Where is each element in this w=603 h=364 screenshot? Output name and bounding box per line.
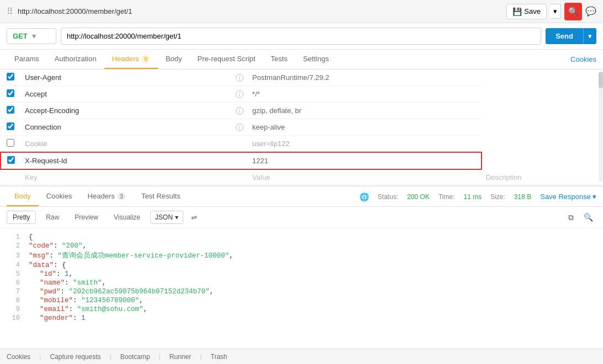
send-dropdown-button[interactable]: ▾ [583,28,596,44]
headers-table-container: User-Agent i PostmanRuntime/7.29.2 Accep… [0,69,603,185]
x-request-id-row: X-Request-Id 1221 [1,152,603,169]
search-button[interactable]: 🔍 [564,3,582,20]
header-key: Accept [25,90,47,98]
info-icon[interactable]: i [236,124,244,131]
cookies-link[interactable]: Cookies [570,55,596,63]
header-checkbox[interactable] [7,73,14,81]
info-icon[interactable]: i [236,74,244,82]
rtab-test-results[interactable]: Test Results [134,187,188,206]
method-label: GET [13,32,28,40]
tab-pre-request[interactable]: Pre-request Script [190,50,263,69]
status-bar: Cookies | Capture requests | Bootcamp | … [0,349,603,364]
header-value: keep-alive [252,123,285,131]
fmt-pretty[interactable]: Pretty [7,211,36,224]
rtab-body[interactable]: Body [7,187,39,206]
save-disk-icon: 💾 [512,7,522,16]
format-bar: Pretty Raw Preview Visualize JSON ▾ ⇌ ⧉ … [0,207,603,228]
header-value: */* [252,90,260,98]
copy-icon: ⧉ [568,213,574,222]
json-dropdown-arrow-icon: ▾ [175,213,178,221]
send-button[interactable]: Send [546,28,583,44]
code-line: 1 { [0,233,603,242]
header-value: user=llp122 [252,140,290,148]
fmt-visualize[interactable]: Visualize [108,211,146,223]
comment-icon: 💬 [585,7,596,16]
tab-params[interactable]: Params [7,50,47,69]
fmt-raw[interactable]: Raw [40,211,65,223]
header-checkbox[interactable] [7,156,15,164]
code-line: 9 "email": "smith@sohu.com", [0,305,603,314]
top-bar: ⠿ http://localhost:20000/member/get/1 💾 … [0,0,603,23]
statusbar-cookies[interactable]: Cookies [7,353,30,361]
rtab-cookies[interactable]: Cookies [39,187,80,206]
save-button[interactable]: 💾 Save [506,4,547,19]
tab-headers[interactable]: Headers 9 [104,50,158,69]
wrap-lines-button[interactable]: ⇌ [188,210,200,224]
rtab-headers[interactable]: Headers 3 [80,187,134,206]
key-placeholder: Key [25,173,37,181]
time-value: 11 ms [463,193,482,201]
statusbar-separator2: | [110,353,112,361]
info-icon[interactable]: i [236,90,244,98]
header-checkbox[interactable] [7,122,14,130]
header-checkbox[interactable] [7,89,14,97]
search-response-icon: 🔍 [584,213,593,222]
request-bar: GET ▾ Send ▾ [0,23,603,50]
code-line: 8 "mobile": "123456789000", [0,296,603,305]
url-input[interactable] [61,28,541,45]
header-checkbox[interactable] [7,139,14,147]
wrap-icon: ⇌ [191,213,197,222]
header-key: Accept-Encoding [25,106,79,115]
response-headers-badge: 3 [117,192,126,200]
statusbar-separator4: | [200,353,202,361]
save-response-button[interactable]: Save Response ▾ [540,192,596,201]
statusbar-bootcamp[interactable]: Bootcamp [120,353,150,361]
table-row: Accept-Encoding i gzip, deflate, br [1,103,603,119]
desc-placeholder: Description [486,173,522,181]
header-value: gzip, deflate, br [252,106,302,115]
scrollbar[interactable] [599,72,603,182]
scrollbar-thumb[interactable] [599,72,603,88]
statusbar-trash[interactable]: Trash [210,353,227,361]
response-tabs-row: Body Cookies Headers 3 Test Results 🌐 St… [0,187,603,207]
statusbar-separator3: | [159,353,161,361]
save-label: Save [524,7,541,15]
tab-body[interactable]: Body [158,50,190,69]
table-row: Connection i keep-alive [1,119,603,136]
code-line: 2 "code": "200", [0,242,603,250]
value-placeholder: Value [252,173,270,181]
globe-icon: 🌐 [359,192,369,201]
code-line: 4 "data": { [0,261,603,270]
tab-authorization[interactable]: Authorization [47,50,104,69]
tab-settings[interactable]: Settings [295,50,337,69]
statusbar-capture[interactable]: Capture requests [50,353,100,361]
save-dropdown-button[interactable]: ▾ [550,4,561,19]
table-row: User-Agent i PostmanRuntime/7.29.2 [1,69,603,86]
statusbar-runner[interactable]: Runner [170,353,191,361]
comment-button[interactable]: 💬 [585,6,596,17]
method-dropdown-icon: ▾ [32,32,36,40]
header-key: Connection [25,123,61,131]
header-checkbox[interactable] [7,106,14,114]
size-value: 318 B [514,193,531,201]
header-empty-row: Key Value Description [1,169,603,185]
send-btn-group: Send ▾ [546,28,596,44]
response-code-area: 1 { 2 "code": "200", 3 "msg": "查询会员成功mem… [0,228,603,325]
info-icon[interactable]: i [236,107,244,115]
status-value: 200 OK [407,193,430,201]
response-stats: 🌐 Status: 200 OK Time: 11 ms Size: 318 B… [359,192,596,201]
size-label: Size: [490,193,505,201]
header-key: Cookie [25,140,47,148]
json-format-dropdown[interactable]: JSON ▾ [150,211,183,224]
code-line: 7 "pwd": "202cb962ac59075b964b07152d234b… [0,287,603,296]
code-line: 6 "name": "smith", [0,279,603,287]
table-row: Accept i */* [1,86,603,103]
search-response-button[interactable]: 🔍 [580,210,596,224]
copy-button[interactable]: ⧉ [565,210,577,224]
tab-tests[interactable]: Tests [263,50,295,69]
drag-handle-icon: ⠿ [7,6,13,17]
time-label: Time: [438,193,455,201]
header-key: User-Agent [25,73,61,82]
method-selector[interactable]: GET ▾ [7,28,56,44]
fmt-preview[interactable]: Preview [69,211,104,223]
